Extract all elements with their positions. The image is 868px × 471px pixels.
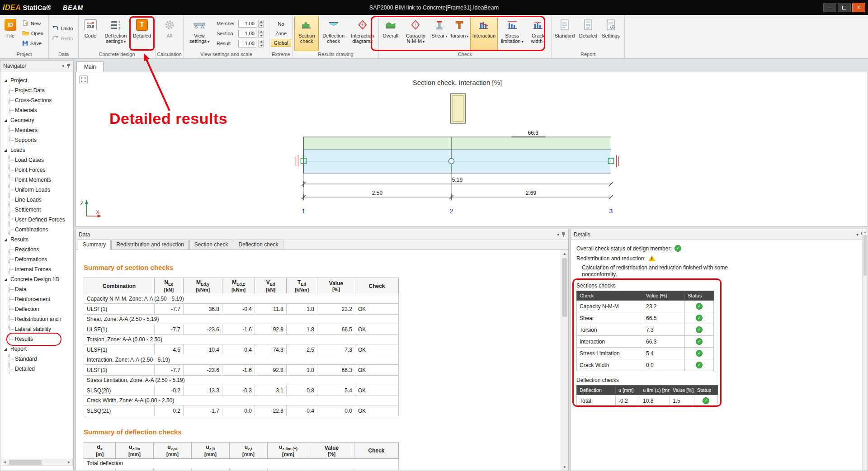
navigator-menu-icon[interactable]: ▾ bbox=[60, 64, 66, 68]
new-button[interactable]: New bbox=[20, 19, 45, 28]
nav-item-results[interactable]: Results bbox=[9, 334, 72, 344]
extreme-global-button[interactable]: Global bbox=[271, 39, 291, 47]
nav-item-internal-forces[interactable]: Internal Forces bbox=[9, 264, 72, 274]
result-scale-up-button[interactable] bbox=[258, 40, 264, 43]
nav-section-results[interactable]: Results bbox=[4, 235, 72, 245]
check-shear-button[interactable]: Shear▾ bbox=[430, 16, 448, 51]
report-standard-button[interactable]: Standard bbox=[553, 16, 576, 51]
extreme-zone-button[interactable]: Zone bbox=[271, 29, 291, 38]
nav-item-uniform-loads[interactable]: Uniform Loads bbox=[9, 185, 72, 195]
nav-item-materials[interactable]: Materials bbox=[9, 105, 72, 115]
report-detailed-button[interactable]: Detailed bbox=[577, 16, 599, 51]
details-vertical-scrollbar[interactable]: ▲ bbox=[862, 229, 868, 471]
scroll-up-icon[interactable]: ▲ bbox=[561, 250, 568, 257]
section-check-drawing-button[interactable]: Section check bbox=[294, 16, 319, 51]
nav-item-standard[interactable]: Standard bbox=[9, 354, 72, 364]
nav-item-data[interactable]: Data bbox=[9, 284, 72, 294]
nav-item-point-moments[interactable]: Point Moments bbox=[9, 175, 72, 185]
check-torsion-button[interactable]: Torsion▾ bbox=[449, 16, 469, 51]
nav-item-detailed[interactable]: Detailed bbox=[9, 364, 72, 374]
data-panel-menu-icon[interactable]: ▾ bbox=[555, 232, 561, 237]
report-settings-button[interactable]: Settings bbox=[600, 16, 622, 51]
nav-item-reactions[interactable]: Reactions bbox=[9, 245, 72, 254]
nav-item-deflection[interactable]: Deflection bbox=[9, 304, 72, 314]
member-scale-up-button[interactable] bbox=[258, 20, 264, 24]
tree-expander-icon[interactable] bbox=[4, 148, 8, 152]
redo-button[interactable]: Redo bbox=[50, 34, 75, 43]
check-crack-width-button[interactable]: Crack width▾ bbox=[527, 16, 550, 51]
nav-item-redistribution-and-r[interactable]: Redistribution and r bbox=[9, 314, 72, 324]
tab-main[interactable]: Main bbox=[76, 61, 104, 72]
nav-section-project[interactable]: Project bbox=[4, 75, 72, 85]
scroll-down-icon[interactable]: ▼ bbox=[561, 463, 568, 471]
code-button[interactable]: 1.1525.8 Code bbox=[80, 16, 101, 51]
tree-expander-icon[interactable] bbox=[4, 347, 8, 351]
scroll-up-icon[interactable]: ▲ bbox=[863, 229, 868, 235]
deflection-settings-button[interactable]: 123 Deflection settings▾ bbox=[102, 16, 130, 51]
details-panel-menu-icon[interactable]: ▾ bbox=[854, 232, 861, 237]
nav-section-loads[interactable]: Loads bbox=[4, 145, 72, 155]
nav-item-deformations[interactable]: Deformations bbox=[9, 254, 72, 264]
scroll-right-icon[interactable]: ► bbox=[66, 460, 72, 464]
extreme-no-button[interactable]: No bbox=[271, 20, 291, 28]
data-vertical-scrollbar[interactable]: ▲ ▼ bbox=[561, 250, 568, 471]
idea-logo-icon: ID bbox=[5, 18, 16, 32]
check-capacity-button[interactable]: Capacity N-M-M▾ bbox=[402, 16, 429, 51]
maximize-button[interactable] bbox=[838, 3, 851, 12]
scroll-left-icon[interactable]: ◄ bbox=[1, 460, 8, 464]
data-tab-deflection-check[interactable]: Deflection check bbox=[234, 240, 283, 250]
section-scale-down-button[interactable] bbox=[258, 34, 264, 38]
check-stress-limitation-button[interactable]: Stress limitation▾ bbox=[499, 16, 525, 51]
nav-item-point-forces[interactable]: Point Forces bbox=[9, 165, 72, 175]
data-tab-summary[interactable]: Summary bbox=[78, 240, 111, 250]
detailed-button[interactable]: T Detailed bbox=[131, 16, 153, 51]
nav-item-combinations[interactable]: Combinations bbox=[9, 225, 72, 235]
calculate-all-button[interactable]: All bbox=[158, 16, 181, 51]
nav-section-geometry[interactable]: Geometry bbox=[4, 115, 72, 125]
nav-item-project-data[interactable]: Project Data bbox=[9, 85, 72, 95]
undo-button[interactable]: Undo bbox=[50, 24, 75, 33]
open-button[interactable]: Open bbox=[20, 29, 45, 38]
nav-section-concrete-design-1d[interactable]: Concrete Design 1D bbox=[4, 274, 72, 284]
check-overall-button[interactable]: Overall bbox=[380, 16, 401, 51]
check-interaction-button[interactable]: Interaction bbox=[470, 16, 498, 51]
deflection-check-drawing-button[interactable]: Deflection check bbox=[320, 16, 347, 51]
tree-expander-icon[interactable] bbox=[4, 118, 8, 122]
nav-item-members[interactable]: Members bbox=[9, 125, 72, 135]
result-scale-down-button[interactable] bbox=[258, 44, 264, 47]
nav-item-reinforcement[interactable]: Reinforcement bbox=[9, 294, 72, 304]
nav-item-settlement[interactable]: Settlement bbox=[9, 205, 72, 215]
tree-expander-icon[interactable] bbox=[4, 278, 8, 281]
save-button[interactable]: Save bbox=[20, 39, 45, 48]
section-scale-input[interactable] bbox=[238, 30, 256, 38]
nav-item-user-defined-forces[interactable]: User-Defined Forces bbox=[9, 215, 72, 225]
scrollbar-thumb[interactable] bbox=[863, 235, 867, 276]
data-tab-redistribution-and-reduction[interactable]: Redistribution and reduction bbox=[111, 240, 189, 250]
nav-section-report[interactable]: Report bbox=[4, 344, 72, 354]
interaction-diagrams-button[interactable]: Interaction diagrams bbox=[348, 16, 377, 51]
nav-item-label: Redistribution and r bbox=[15, 316, 62, 322]
nav-item-line-loads[interactable]: Line Loads bbox=[9, 195, 72, 205]
close-button[interactable]: × bbox=[852, 3, 865, 12]
pin-icon[interactable] bbox=[561, 232, 566, 237]
nav-item-load-cases[interactable]: Load Cases bbox=[9, 155, 72, 165]
beam-drawing-canvas[interactable]: Section check. Interaction [%] 66.3 bbox=[75, 72, 868, 227]
minimize-button[interactable]: ─ bbox=[823, 3, 836, 12]
nav-item-supports[interactable]: Supports bbox=[9, 135, 72, 145]
section-scale-up-button[interactable] bbox=[258, 30, 264, 33]
result-scale-input[interactable] bbox=[238, 40, 256, 47]
file-button[interactable]: ID File bbox=[1, 16, 19, 51]
member-scale-down-button[interactable] bbox=[258, 24, 264, 28]
pin-icon[interactable] bbox=[66, 63, 71, 69]
nav-item-cross-sections[interactable]: Cross-Sections bbox=[9, 95, 72, 105]
tree-expander-icon[interactable] bbox=[4, 238, 8, 241]
navigator-horizontal-scrollbar[interactable]: ◄ ► bbox=[1, 459, 73, 466]
nav-item-lateral-stability[interactable]: Lateral stability bbox=[9, 324, 72, 334]
member-scale-input[interactable] bbox=[238, 20, 256, 28]
tree-expander-icon[interactable] bbox=[4, 79, 8, 82]
scrollbar-thumb[interactable] bbox=[9, 460, 42, 465]
data-tab-section-check[interactable]: Section check bbox=[189, 240, 233, 250]
scrollbar-thumb[interactable] bbox=[562, 258, 567, 317]
view-settings-button[interactable]: View settings▾ bbox=[185, 16, 214, 51]
expand-view-button[interactable] bbox=[79, 75, 88, 84]
